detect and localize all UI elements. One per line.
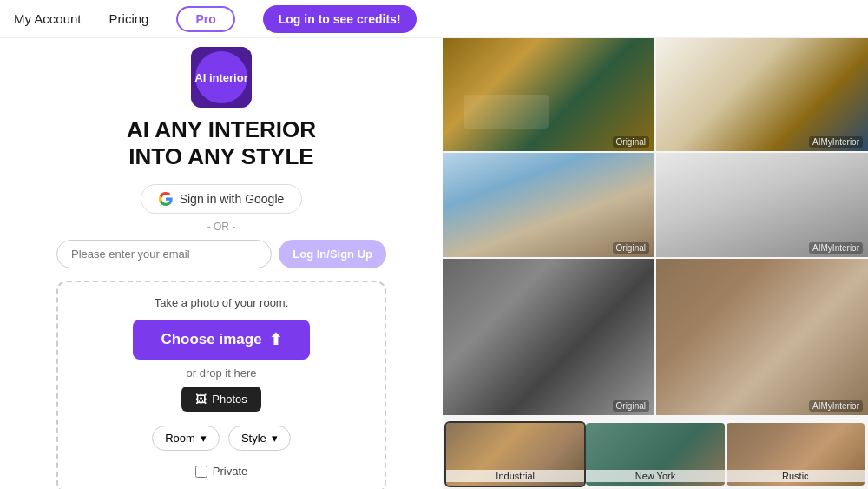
photos-button[interactable]: 🖼 Photos	[181, 387, 260, 412]
thumbnails-row: Industrial New York Rustic	[443, 420, 868, 489]
choose-image-label: Choose image	[161, 331, 261, 348]
gallery-label-3-ai: AIMyInterior	[809, 400, 863, 412]
gallery-cell-2-original: Original	[443, 153, 654, 257]
gallery-label-1-original: Original	[613, 136, 649, 148]
login-signup-button[interactable]: Log In/Sign Up	[279, 240, 386, 268]
logo-image: AI interior	[191, 47, 252, 108]
choose-image-button[interactable]: Choose image ⬆	[133, 320, 309, 360]
upload-box: Take a photo of your room. Choose image …	[56, 281, 386, 489]
private-label: Private	[213, 465, 247, 478]
thumbnail-industrial[interactable]: Industrial	[446, 423, 584, 486]
select-row: Room ▾ Style ▾	[152, 426, 291, 451]
right-panel: Original AIMyInterior Original AIMyInter…	[443, 38, 868, 489]
login-button[interactable]: Log in to see credits!	[263, 5, 417, 33]
thumbnail-industrial-label: Industrial	[446, 470, 584, 482]
photos-label: Photos	[212, 393, 247, 406]
google-signin-label: Sign in with Google	[180, 192, 285, 206]
upload-box-title: Take a photo of your room.	[155, 296, 289, 309]
gallery-cell-2-ai: AIMyInterior	[656, 153, 868, 257]
gallery-grid: Original AIMyInterior Original AIMyInter…	[443, 38, 868, 420]
or-divider: - OR -	[207, 221, 236, 233]
gallery-cell-1-original: Original	[443, 38, 654, 151]
thumbnail-rustic-label: Rustic	[727, 470, 865, 482]
thumbnail-newyork-label: New York	[586, 470, 724, 482]
private-checkbox[interactable]	[195, 466, 207, 478]
google-icon	[159, 192, 173, 206]
thumbnail-newyork[interactable]: New York	[586, 423, 724, 486]
email-row: Log In/Sign Up	[56, 240, 386, 268]
style-select[interactable]: Style ▾	[228, 426, 291, 451]
photos-icon: 🖼	[195, 393, 207, 406]
gallery-label-1-ai: AIMyInterior	[809, 136, 863, 148]
gallery-cell-3-ai: AIMyInterior	[656, 259, 868, 415]
gallery-label-2-ai: AIMyInterior	[809, 242, 863, 254]
style-select-label: Style	[241, 432, 266, 445]
room-select[interactable]: Room ▾	[152, 426, 220, 451]
header: My Account Pricing Pro Log in to see cre…	[0, 0, 868, 38]
private-row: Private	[195, 465, 247, 478]
room-chevron-icon: ▾	[201, 432, 207, 445]
gallery-label-2-original: Original	[613, 242, 649, 254]
email-input[interactable]	[56, 240, 272, 268]
hero-title: AI ANY INTERIOR INTO ANY STYLE	[127, 116, 316, 170]
room-select-label: Room	[165, 432, 195, 445]
gallery-cell-3-original: Original	[443, 259, 654, 415]
gallery-label-3-original: Original	[613, 400, 649, 412]
hero-title-line2: INTO ANY STYLE	[128, 143, 313, 169]
my-account-link[interactable]: My Account	[14, 11, 82, 26]
style-chevron-icon: ▾	[272, 432, 278, 445]
drop-text: or drop it here	[187, 367, 257, 380]
left-panel: AI interior AI ANY INTERIOR INTO ANY STY…	[0, 38, 443, 489]
hero-title-line1: AI ANY INTERIOR	[127, 116, 316, 142]
logo-text: AI interior	[194, 71, 247, 84]
pro-button[interactable]: Pro	[176, 6, 234, 32]
upload-icon: ⬆	[269, 330, 282, 349]
pricing-link[interactable]: Pricing	[109, 11, 149, 26]
gallery-cell-1-ai: AIMyInterior	[656, 38, 868, 151]
logo-container: AI interior	[191, 47, 252, 108]
room1-detail	[443, 38, 654, 151]
header-nav: My Account Pricing Pro Log in to see cre…	[14, 5, 854, 33]
main-layout: AI interior AI ANY INTERIOR INTO ANY STY…	[0, 38, 868, 489]
thumbnail-rustic[interactable]: Rustic	[727, 423, 865, 486]
google-signin-button[interactable]: Sign in with Google	[141, 184, 303, 214]
